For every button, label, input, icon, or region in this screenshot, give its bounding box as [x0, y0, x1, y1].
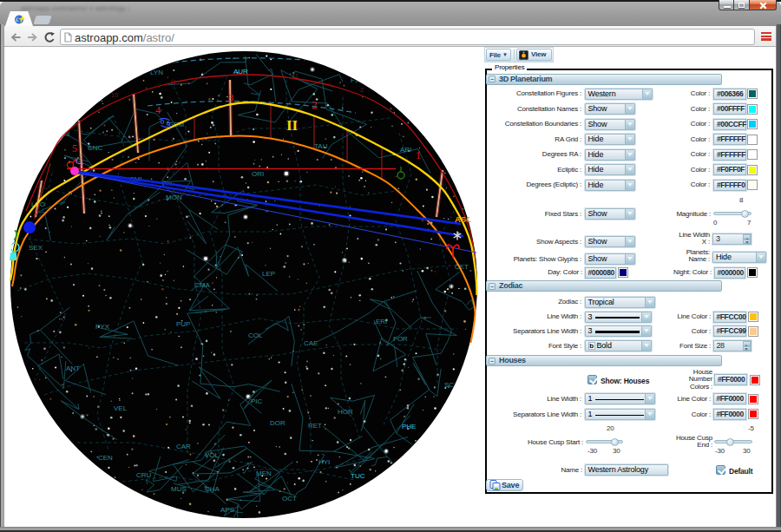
- svg-text:MON: MON: [166, 194, 182, 201]
- svg-text:APS: APS: [220, 506, 234, 514]
- svg-text:VOL: VOL: [205, 451, 220, 459]
- svg-text:GRU: GRU: [403, 455, 418, 463]
- svg-text:LYN: LYN: [150, 69, 163, 76]
- svg-text:CAR: CAR: [176, 443, 191, 450]
- svg-text:II: II: [286, 117, 299, 134]
- svg-text:CRU: CRU: [136, 471, 152, 479]
- svg-text:ARI: ARI: [400, 146, 411, 154]
- svg-text:COL: COL: [248, 332, 263, 339]
- svg-text:TUC: TUC: [351, 472, 365, 480]
- svg-text:CMA: CMA: [194, 281, 210, 289]
- svg-text:HOR: HOR: [338, 408, 353, 416]
- svg-text:OCT: OCT: [282, 495, 297, 502]
- svg-text:5: 5: [72, 142, 77, 154]
- svg-text:MEN: MEN: [256, 470, 272, 477]
- svg-text:RET: RET: [308, 422, 322, 430]
- svg-text:DOR: DOR: [270, 419, 285, 427]
- svg-text:SCL: SCL: [444, 381, 458, 389]
- svg-text:ERI: ERI: [376, 318, 387, 325]
- svg-text:PYX: PYX: [95, 323, 110, 331]
- svg-text:VEL: VEL: [114, 404, 128, 412]
- svg-text:MUS: MUS: [171, 485, 187, 493]
- svg-text:ORI: ORI: [252, 170, 264, 178]
- svg-text:PIC: PIC: [251, 397, 263, 405]
- svg-text:PHE: PHE: [402, 423, 416, 430]
- svg-text:PUP: PUP: [176, 320, 190, 328]
- svg-text:CHA: CHA: [205, 485, 220, 493]
- svg-text:2: 2: [312, 98, 318, 111]
- svg-text:FOR: FOR: [393, 335, 408, 343]
- svg-text:PER: PER: [351, 76, 365, 84]
- svg-text:10: 10: [111, 92, 118, 98]
- svg-text:ANT: ANT: [66, 365, 80, 372]
- svg-text:11: 11: [170, 79, 176, 85]
- svg-text:CEN: CEN: [98, 454, 113, 462]
- svg-text:CAE: CAE: [304, 339, 318, 347]
- svg-text:CNC: CNC: [88, 144, 103, 152]
- svg-text:HYI: HYI: [318, 458, 330, 466]
- svg-text:1: 1: [416, 149, 421, 161]
- svg-text:LEP: LEP: [262, 270, 275, 278]
- svg-text:2: 2: [360, 87, 364, 93]
- svg-text:SEX: SEX: [29, 244, 43, 252]
- svg-text:4: 4: [155, 104, 161, 116]
- svg-text:1: 1: [295, 73, 299, 79]
- svg-text:3: 3: [228, 91, 234, 104]
